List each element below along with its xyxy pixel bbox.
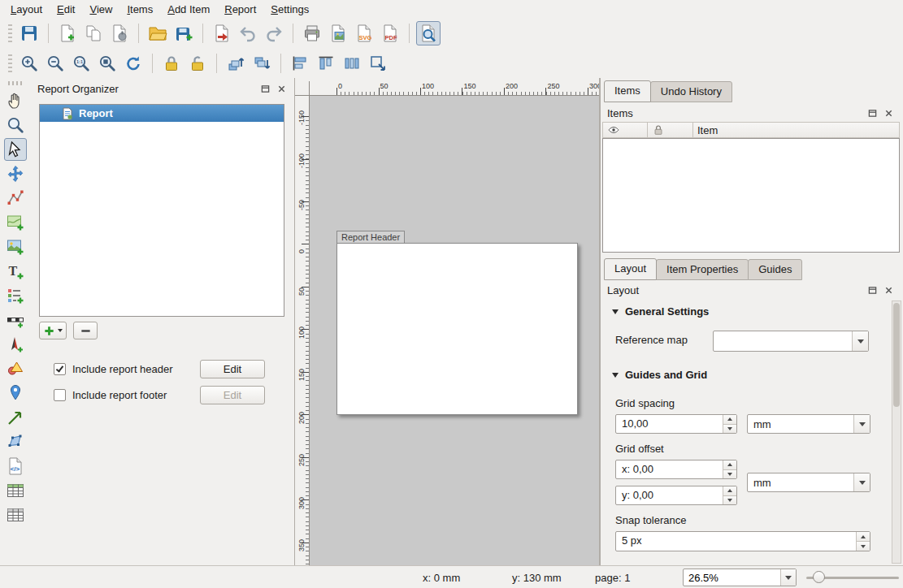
align-top-items-button[interactable] (314, 51, 338, 76)
tab-items[interactable]: Items (604, 80, 651, 102)
items-list[interactable] (602, 138, 900, 253)
tab-guides[interactable]: Guides (748, 259, 802, 280)
menu-item[interactable]: Settings (263, 2, 316, 17)
layout-panel-scrollbar[interactable] (892, 300, 901, 564)
print-button[interactable] (300, 21, 324, 45)
slider-handle[interactable] (813, 571, 825, 583)
tab-undo-history[interactable]: Undo History (650, 81, 732, 102)
guides-and-grid-section-header[interactable]: Guides and Grid (612, 369, 707, 381)
export-svg-button[interactable]: SVG (352, 21, 376, 45)
edit-header-button[interactable]: Edit (200, 360, 265, 378)
resize-items-button[interactable] (366, 51, 390, 76)
tab-item-properties[interactable]: Item Properties (656, 259, 749, 280)
add-attribute-table-tool-button[interactable] (4, 479, 27, 502)
zoom-level-input[interactable] (684, 569, 780, 586)
export-pdf-button[interactable]: PDF (378, 21, 402, 45)
lock-items-button[interactable] (159, 51, 184, 76)
menu-item[interactable]: Edit (50, 2, 82, 17)
combo-arrow-button[interactable] (852, 331, 868, 351)
raise-items-button[interactable] (224, 51, 248, 76)
align-left-items-button[interactable] (288, 51, 312, 76)
add-node-item-tool-button[interactable] (4, 430, 27, 453)
combo-arrow-button[interactable] (853, 415, 870, 433)
vertical-ruler[interactable]: -150-100-50050100150200250300350 (295, 96, 310, 565)
edit-nodes-item-tool-button[interactable] (4, 187, 27, 210)
export-image-button[interactable] (326, 21, 350, 45)
include-report-footer-checkbox[interactable] (54, 389, 66, 401)
add-map-tool-button[interactable] (4, 211, 27, 234)
remove-section-button[interactable] (73, 322, 98, 339)
save-as-template-button[interactable] (171, 21, 196, 45)
add-section-button[interactable] (39, 322, 67, 339)
zoom-combo-arrow-button[interactable] (780, 569, 796, 586)
spin-down-button[interactable] (723, 424, 736, 434)
unlock-items-button[interactable] (185, 51, 210, 76)
zoom-full-button[interactable] (95, 51, 119, 76)
grid-offset-x-spinbox[interactable]: x: 0,00 (615, 460, 737, 479)
add-fixed-table-tool-button[interactable] (4, 504, 27, 526)
add-arrow-tool-button[interactable] (4, 406, 27, 429)
menu-item[interactable]: Items (119, 2, 160, 17)
zoom-in-button[interactable] (17, 51, 41, 76)
load-from-template-button[interactable] (210, 21, 234, 45)
spin-down-button[interactable] (723, 469, 736, 479)
menu-item[interactable]: Layout (3, 2, 50, 17)
add-marker-tool-button[interactable] (4, 382, 27, 404)
add-scalebar-tool-button[interactable] (4, 309, 27, 331)
tab-layout[interactable]: Layout (604, 258, 657, 280)
spin-up-button[interactable] (857, 532, 870, 541)
new-layout-button[interactable] (55, 21, 80, 45)
toolbar-grip[interactable] (8, 24, 12, 42)
zoom-out-button[interactable] (43, 51, 67, 76)
reference-map-combo[interactable] (713, 331, 869, 352)
float-panel-button[interactable] (866, 284, 879, 296)
pan-tool-button[interactable] (4, 89, 27, 112)
distribute-items-button[interactable] (340, 51, 364, 76)
zoom-slider[interactable] (806, 569, 899, 586)
grid-offset-y-spinbox[interactable]: y: 0,00 (615, 486, 737, 505)
spin-down-button[interactable] (723, 495, 736, 505)
add-shape-tool-button[interactable] (4, 357, 27, 380)
preview-refresh-button[interactable] (416, 21, 441, 45)
toolbar-grip[interactable] (8, 54, 12, 72)
report-tree[interactable]: Report (39, 104, 284, 317)
float-panel-button[interactable] (259, 83, 271, 95)
float-panel-button[interactable] (866, 107, 879, 119)
spin-value[interactable]: 5 px (616, 532, 856, 551)
zoom-tool-button[interactable] (4, 114, 27, 136)
open-template-button[interactable] (145, 21, 170, 45)
select-move-item-tool-button[interactable] (4, 138, 27, 161)
close-panel-button[interactable] (883, 107, 895, 119)
spin-value[interactable]: y: 0,00 (616, 486, 723, 504)
spin-up-button[interactable] (723, 415, 736, 424)
combo-arrow-button[interactable] (853, 473, 870, 491)
add-label-tool-button[interactable]: T (4, 260, 27, 283)
redo-button[interactable] (262, 21, 286, 45)
grid-spacing-unit-combo[interactable]: mm (747, 414, 870, 434)
grid-offset-unit-combo[interactable]: mm (747, 473, 870, 492)
lower-items-button[interactable] (250, 51, 274, 76)
spin-down-button[interactable] (857, 541, 870, 551)
duplicate-layout-button[interactable] (81, 21, 106, 45)
toolbar-grip[interactable] (8, 81, 23, 85)
menu-item[interactable]: Add Item (160, 2, 217, 17)
close-panel-button[interactable] (276, 83, 288, 95)
report-page[interactable] (336, 243, 578, 415)
layout-canvas[interactable]: Report Header (310, 96, 599, 565)
menu-item[interactable]: View (82, 2, 119, 17)
spin-value[interactable]: x: 0,00 (616, 460, 723, 478)
save-project-button[interactable] (17, 21, 41, 45)
refresh-view-button[interactable] (121, 51, 145, 76)
grid-spacing-spinbox[interactable]: 10,00 (615, 414, 737, 434)
add-picture-tool-button[interactable] (4, 236, 27, 258)
move-item-content-tool-button[interactable] (4, 162, 27, 185)
spin-value[interactable]: 10,00 (616, 415, 723, 433)
add-legend-tool-button[interactable] (4, 284, 27, 307)
menu-item[interactable]: Report (217, 2, 263, 17)
general-settings-section-header[interactable]: General Settings (612, 305, 709, 318)
undo-button[interactable] (236, 21, 260, 45)
layout-manager-button[interactable] (107, 21, 132, 45)
add-north-arrow-tool-button[interactable] (4, 333, 27, 356)
close-panel-button[interactable] (883, 284, 895, 296)
spin-up-button[interactable] (723, 460, 736, 469)
